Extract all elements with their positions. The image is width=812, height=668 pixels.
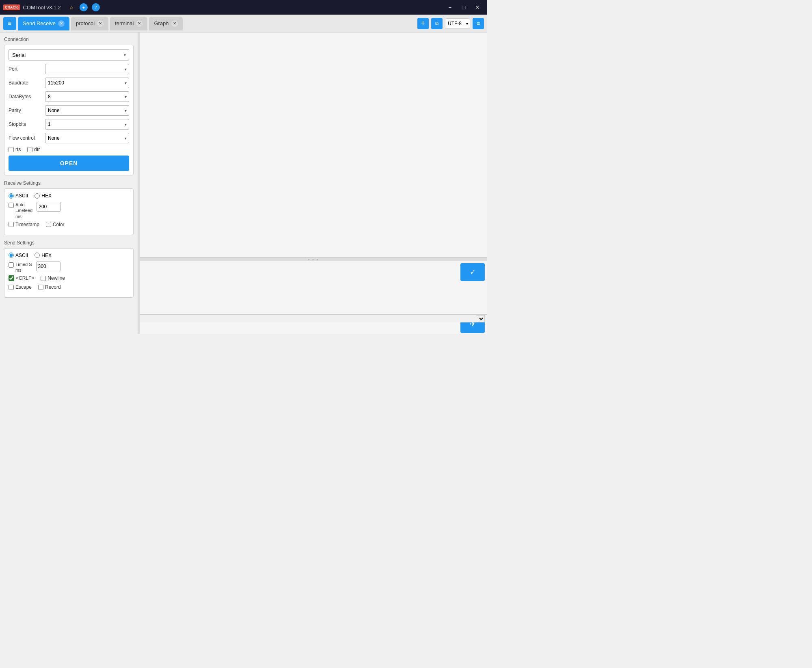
- tab-protocol[interactable]: protocol ✕: [71, 17, 108, 30]
- tab-protocol-close[interactable]: ✕: [97, 20, 104, 27]
- databytes-select-wrap: 5 6 7 8: [45, 91, 129, 102]
- receive-area: [140, 32, 487, 258]
- copy-tab-button[interactable]: ⧉: [431, 18, 443, 29]
- connection-type-select[interactable]: Serial TCP Client TCP Server UDP: [9, 49, 129, 61]
- encoding-select[interactable]: UTF-8 ASCII GBK: [445, 18, 470, 29]
- flowcontrol-select-wrap: None RTS/CTS XON/XOFF: [45, 133, 129, 143]
- tab-graph-close[interactable]: ✕: [171, 20, 178, 27]
- minimize-button[interactable]: −: [443, 2, 456, 13]
- port-select-wrap: [45, 64, 129, 74]
- connection-section-label: Connection: [4, 37, 134, 42]
- send-bottom-bar: [140, 314, 487, 322]
- receive-ascii-radio[interactable]: [9, 193, 14, 199]
- tab-send-receive-label: Send Receive: [23, 20, 56, 26]
- left-panel: Connection Serial TCP Client TCP Server …: [0, 32, 138, 334]
- parity-select[interactable]: None Even Odd Mark Space: [45, 105, 129, 116]
- connection-type-wrap: Serial TCP Client TCP Server UDP: [9, 49, 129, 61]
- timed-send-label: Timed Sms: [15, 262, 32, 273]
- timestamp-label: Timestamp: [15, 222, 39, 227]
- rts-checkbox[interactable]: [9, 147, 14, 152]
- send-options-select[interactable]: [476, 315, 485, 322]
- baudrate-row: Baudrate 9600 19200 38400 57600 115200 2…: [9, 78, 129, 88]
- parity-select-wrap: None Even Odd Mark Space: [45, 105, 129, 116]
- color-checkbox[interactable]: [46, 222, 51, 227]
- open-button[interactable]: OPEN: [9, 156, 129, 171]
- auto-linefeed-label: AutoLinefeedms: [15, 202, 32, 219]
- escape-label: Escape: [15, 284, 32, 290]
- send-ascii-radio-item[interactable]: ASCII: [9, 253, 28, 258]
- receive-ascii-label: ASCII: [15, 193, 28, 199]
- maximize-button[interactable]: □: [457, 2, 470, 13]
- timed-send-row: Timed Sms: [9, 262, 129, 273]
- window-controls: − □ ✕: [443, 2, 484, 13]
- record-checkbox-item[interactable]: Record: [38, 284, 61, 290]
- send-hex-radio-item[interactable]: HEX: [35, 253, 52, 258]
- receive-hex-radio[interactable]: [35, 193, 40, 199]
- record-checkbox[interactable]: [38, 285, 43, 290]
- escape-checkbox[interactable]: [9, 285, 14, 290]
- flowcontrol-label: Flow control: [9, 135, 45, 141]
- port-select[interactable]: [45, 64, 129, 74]
- color-checkbox-item[interactable]: Color: [46, 222, 65, 227]
- timestamp-checkbox-item[interactable]: Timestamp: [9, 222, 39, 227]
- send-ascii-radio[interactable]: [9, 253, 14, 258]
- add-tab-button[interactable]: +: [417, 18, 429, 29]
- linefeed-ms-input[interactable]: [37, 202, 61, 212]
- timed-ms-input[interactable]: [36, 262, 60, 271]
- tab-send-receive[interactable]: Send Receive ✕: [18, 17, 69, 30]
- send-buttons-column: ✓ ✈: [458, 261, 487, 334]
- rts-label: rts: [15, 147, 21, 152]
- dtr-checkbox[interactable]: [27, 147, 32, 152]
- receive-ascii-radio-item[interactable]: ASCII: [9, 193, 28, 199]
- stopbits-label: Stopbits: [9, 121, 45, 127]
- escape-checkbox-item[interactable]: Escape: [9, 284, 32, 290]
- stopbits-select-wrap: 1 1.5 2: [45, 119, 129, 130]
- help-icon[interactable]: ?: [92, 3, 100, 11]
- send-encoding-row: ASCII HEX: [9, 253, 129, 258]
- tab-graph[interactable]: Graph ✕: [149, 17, 182, 30]
- crlf-checkbox-item[interactable]: <CRLF>: [9, 275, 34, 281]
- parity-label: Parity: [9, 108, 45, 113]
- tab-terminal[interactable]: terminal ✕: [110, 17, 147, 30]
- stopbits-select[interactable]: 1 1.5 2: [45, 119, 129, 130]
- newline-checkbox[interactable]: [41, 276, 46, 281]
- tab-terminal-close[interactable]: ✕: [136, 20, 143, 27]
- check-send-button[interactable]: ✓: [460, 263, 485, 281]
- dtr-checkbox-item[interactable]: dtr: [27, 147, 40, 152]
- escape-record-row: Escape Record: [9, 284, 129, 290]
- record-label: Record: [45, 284, 61, 290]
- crlf-checkbox[interactable]: [9, 275, 14, 281]
- shield-icon[interactable]: ●: [80, 3, 88, 11]
- crlf-label: <CRLF>: [16, 275, 34, 281]
- receive-settings-label: Receive Settings: [4, 180, 134, 186]
- tab-graph-label: Graph: [154, 20, 168, 26]
- send-hex-radio[interactable]: [35, 253, 40, 258]
- send-settings-label: Send Settings: [4, 240, 134, 246]
- databytes-row: DataBytes 5 6 7 8: [9, 91, 129, 102]
- titlebar-icons: ☆ ● ?: [67, 3, 100, 11]
- encoding-wrap: UTF-8 ASCII GBK: [445, 18, 470, 29]
- receive-encoding-row: ASCII HEX: [9, 193, 129, 199]
- flowcontrol-select[interactable]: None RTS/CTS XON/XOFF: [45, 133, 129, 143]
- tab-protocol-label: protocol: [76, 20, 95, 26]
- main-layout: Connection Serial TCP Client TCP Server …: [0, 32, 487, 334]
- receive-hex-radio-item[interactable]: HEX: [35, 193, 52, 199]
- star-icon[interactable]: ☆: [67, 3, 76, 11]
- timed-send-checkbox[interactable]: [9, 262, 14, 268]
- timestamp-checkbox[interactable]: [9, 222, 14, 227]
- color-label: Color: [53, 222, 65, 227]
- auto-linefeed-checkbox[interactable]: [9, 203, 14, 208]
- settings-menu-button[interactable]: ≡: [473, 18, 484, 29]
- send-area: ✓ ✈: [140, 261, 487, 334]
- right-panel: • • • ✓ ✈: [140, 32, 487, 334]
- databytes-select[interactable]: 5 6 7 8: [45, 91, 129, 102]
- rts-checkbox-item[interactable]: rts: [9, 147, 21, 152]
- tab-menu-button[interactable]: ≡: [3, 17, 16, 30]
- newline-checkbox-item[interactable]: Newline: [41, 275, 65, 281]
- baudrate-select[interactable]: 9600 19200 38400 57600 115200 230400 460…: [45, 78, 129, 88]
- send-settings-box: ASCII HEX Timed Sms <CRLF>: [4, 248, 134, 298]
- tab-send-receive-close[interactable]: ✕: [58, 20, 65, 27]
- close-button[interactable]: ✕: [471, 2, 484, 13]
- crlf-newline-row: <CRLF> Newline: [9, 275, 129, 281]
- receive-options-row: AutoLinefeedms: [9, 202, 129, 219]
